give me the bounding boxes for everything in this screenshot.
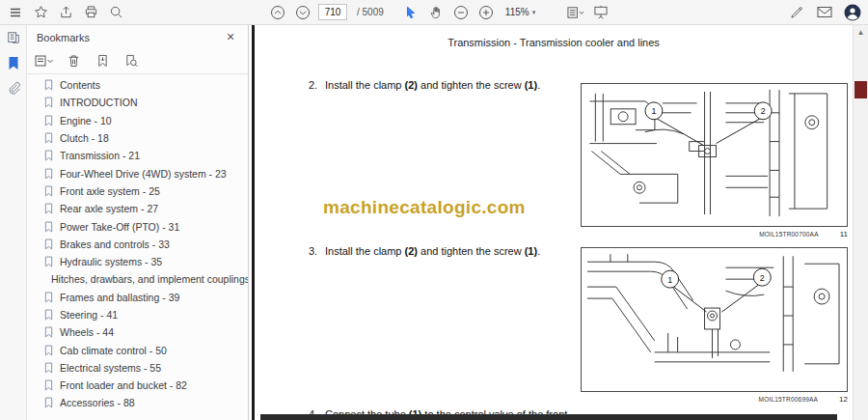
signature-button[interactable]	[787, 3, 806, 22]
bookmarks-panel-button[interactable]	[0, 50, 27, 75]
hand-icon	[429, 6, 443, 19]
expand-bookmarks-button[interactable]	[35, 51, 54, 70]
printer-icon	[84, 5, 98, 19]
add-bookmark-button[interactable]	[93, 51, 112, 70]
scrollbar-thumb[interactable]	[854, 81, 867, 98]
bookmark-item-label: Brakes and controls - 33	[60, 238, 170, 250]
bookmark-item[interactable]: Wheels - 44	[27, 323, 248, 341]
figure-1-number: 11	[840, 230, 848, 238]
bookmark-item-label: Wheels - 44	[60, 326, 114, 338]
bookmark-item[interactable]: Engine - 10	[27, 112, 248, 129]
step-number: 3.	[309, 245, 325, 257]
favorites-button[interactable]	[31, 3, 50, 22]
menu-button[interactable]	[6, 3, 25, 22]
bookmark-icon	[8, 56, 19, 70]
divider	[27, 73, 248, 74]
presentation-button[interactable]	[591, 3, 610, 22]
hamburger-icon	[9, 6, 22, 19]
bookmark-item[interactable]: Frames and ballasting - 39	[27, 289, 248, 306]
bookmark-item[interactable]: Cab climate control - 50	[27, 341, 248, 358]
figure-2-number: 12	[839, 395, 848, 404]
bookmark-item[interactable]: Steering - 41	[27, 306, 248, 323]
bookmark-item[interactable]: Hydraulic systems - 35	[27, 253, 248, 270]
bookmark-item[interactable]: Hitches, drawbars, and implement couplin…	[27, 270, 248, 288]
figure-2-callouts: 1 2	[662, 268, 772, 312]
bookmark-item[interactable]: Accessories - 88	[27, 394, 248, 411]
close-icon[interactable]: ×	[223, 29, 238, 44]
delete-bookmark-button[interactable]	[64, 51, 83, 70]
bookmark-flag-icon	[44, 362, 53, 374]
zoom-level-dropdown[interactable]: 115% ▾	[505, 7, 535, 17]
bookmarks-panel-title: Bookmarks	[37, 32, 90, 43]
pen-icon	[790, 5, 804, 19]
bookmark-item[interactable]: Contents	[27, 76, 248, 94]
bookmarks-panel-header: Bookmarks ×	[27, 25, 248, 48]
watermark-text: machinecatalogic.com	[323, 197, 526, 218]
bookmark-flag-icon	[44, 97, 53, 108]
page-thumbnails-button[interactable]	[0, 25, 27, 50]
bookmark-item[interactable]: Rear axle system - 27	[27, 200, 248, 217]
page-view-button[interactable]	[566, 3, 585, 22]
bookmark-item-label: Steering - 41	[60, 309, 118, 321]
callout-1: 1	[651, 106, 656, 116]
paperclip-icon	[8, 81, 20, 95]
bookmark-item-label: Front axle system - 25	[60, 185, 160, 197]
bookmark-item[interactable]: Brakes and controls - 33	[27, 236, 248, 253]
bookmarks-toolbar	[35, 50, 141, 71]
callout-1: 1	[667, 275, 672, 285]
step-2: 2. Install the clamp (2) and tighten the…	[309, 79, 579, 91]
figure-1: 1 2	[581, 83, 848, 227]
zoom-level-value: 115%	[505, 7, 529, 17]
bookmark-item-label: Hitches, drawbars, and implement couplin…	[51, 273, 248, 285]
page-header: Transmission - Transmission cooler and l…	[255, 37, 853, 48]
document-area: Transmission - Transmission cooler and l…	[249, 25, 868, 420]
bookmark-item[interactable]: INTRODUCTION	[27, 94, 248, 111]
next-page-button[interactable]	[293, 3, 312, 22]
page-total-label: / 5009	[357, 7, 384, 17]
bookmark-item-label: Front loader and bucket - 82	[60, 379, 187, 391]
print-button[interactable]	[81, 3, 100, 22]
search-button[interactable]	[106, 3, 125, 22]
previous-page-button[interactable]	[268, 3, 287, 22]
select-tool-button[interactable]	[401, 3, 420, 22]
user-avatar	[844, 4, 861, 21]
bookmark-item-label: Power Take-Off (PTO) - 31	[60, 221, 179, 233]
page-gap-strip	[260, 414, 837, 420]
bookmark-flag-icon	[44, 221, 53, 233]
bookmark-item[interactable]: Power Take-Off (PTO) - 31	[27, 217, 248, 235]
toolbar-right-group	[787, 0, 862, 24]
bookmark-flag-icon	[44, 256, 53, 267]
share-button[interactable]	[56, 3, 75, 22]
arrow-down-circle-icon	[295, 5, 311, 20]
bookmark-item[interactable]: Four-Wheel Drive (4WD) system - 23	[27, 164, 248, 182]
feedback-button[interactable]	[815, 3, 834, 22]
plus-circle-icon	[478, 5, 494, 20]
pages-icon	[7, 31, 20, 44]
bookmark-item[interactable]: Front loader and bucket - 82	[27, 377, 248, 394]
hand-tool-button[interactable]	[426, 3, 446, 22]
star-icon	[34, 5, 48, 19]
zoom-out-button[interactable]	[451, 3, 471, 22]
zoom-in-button[interactable]	[476, 3, 496, 22]
bookmark-item[interactable]: Front axle system - 25	[27, 182, 248, 200]
figure-2-caption: MOIL15TR00699AA 12	[581, 395, 848, 404]
bookmark-item-label: INTRODUCTION	[60, 97, 138, 108]
share-icon	[59, 5, 73, 19]
vertical-scrollbar[interactable]: ▲	[853, 25, 868, 420]
bookmark-flag-icon	[44, 185, 53, 197]
page-number-input[interactable]: 710	[318, 4, 347, 20]
top-toolbar: 710 / 5009 115% ▾	[0, 0, 868, 25]
bookmark-item-label: Electrical systems - 55	[60, 362, 161, 374]
bookmark-flag-icon	[44, 115, 53, 126]
figure-1-caption: MOIL15TR00700AA 11	[581, 230, 848, 238]
bookmark-item[interactable]: Clutch - 18	[27, 129, 248, 147]
attachments-panel-button[interactable]	[0, 75, 27, 100]
bookmark-item-label: Clutch - 18	[60, 132, 109, 144]
bookmark-item-label: Engine - 10	[60, 115, 112, 126]
account-button[interactable]	[843, 3, 862, 22]
envelope-icon	[817, 6, 832, 18]
find-bookmark-button[interactable]	[122, 51, 141, 70]
scroll-up-arrow[interactable]: ▲	[854, 27, 868, 39]
bookmark-item[interactable]: Electrical systems - 55	[27, 359, 248, 377]
bookmark-item[interactable]: Transmission - 21	[27, 147, 248, 164]
